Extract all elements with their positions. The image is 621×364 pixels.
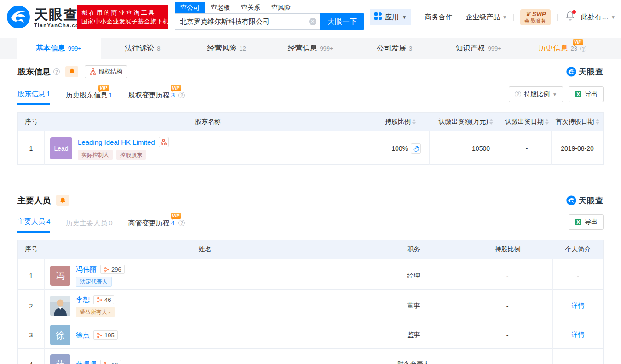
shareholders-table-header: 序号 股东名称 持股比例 认缴出资额(万元) 认缴出资日期 首次持股日期: [18, 113, 603, 131]
svip-member-button[interactable]: ♛ SVIP 会员服务: [520, 9, 551, 25]
tab-company-development[interactable]: 公司发展 3: [352, 38, 437, 59]
svip-label: SVIP: [532, 11, 546, 17]
tag-beneficial-owner[interactable]: 受益所有人 ▸: [76, 307, 115, 317]
sort-icon: [412, 119, 416, 125]
ratio-value: -: [462, 349, 553, 364]
subscribe-bell-button[interactable]: [65, 66, 78, 77]
tab-label: 知识产权: [456, 44, 485, 53]
tab-label: 基本信息: [36, 44, 65, 53]
enterprise-products-link[interactable]: 企业级产品 ▼: [466, 13, 507, 22]
profile-detail-link[interactable]: 详情: [553, 290, 603, 323]
tianyancha-icon: [566, 195, 576, 205]
search-tab-risk[interactable]: 查风险: [266, 2, 296, 13]
personnel-table-header: 序号 姓名 职务 持股比例 个人简介: [18, 240, 603, 259]
relations-badge[interactable]: 195: [93, 330, 118, 340]
more-menu[interactable]: 此处有… ▼: [581, 13, 615, 22]
help-icon[interactable]: ?: [53, 68, 60, 75]
col-first-holding-date[interactable]: 首次持股日期: [552, 113, 603, 131]
tag-actual-controller[interactable]: 实际控制人: [78, 150, 113, 160]
col-subscribed-date[interactable]: 认缴出资日期: [502, 113, 552, 131]
network-icon: [104, 267, 109, 273]
person-name-link[interactable]: 冯伟丽: [76, 265, 97, 274]
pie-chart-button[interactable]: [411, 143, 421, 154]
position-value: 财务负责人: [365, 349, 462, 364]
col-position: 职务: [365, 240, 462, 259]
row-index: 2: [18, 290, 45, 323]
svg-text:X: X: [576, 92, 580, 97]
help-icon[interactable]: ?: [580, 46, 586, 52]
col-profile: 个人简介: [553, 240, 603, 259]
equity-structure-mini-button[interactable]: [159, 137, 169, 147]
header-nav: 应用 ▼ 商务合作 企业级产品 ▼ ♛ SVIP 会员服务 此处有… ▼: [370, 9, 615, 25]
tag-legal-representative[interactable]: 法定代表人: [76, 277, 112, 287]
export-button[interactable]: X 导出: [569, 86, 604, 102]
personnel-row: 3 徐 徐点 195 监事 - 详情: [18, 319, 603, 348]
notification-bell-button[interactable]: [566, 11, 575, 23]
search-button[interactable]: 天眼一下: [320, 13, 364, 30]
divider: [557, 14, 558, 21]
col-ratio[interactable]: 持股比例: [371, 113, 430, 131]
subtab-history-shareholders[interactable]: VIP 历史股东信息1: [66, 91, 112, 105]
shareholder-name-link[interactable]: Leading Ideal HK Limited: [78, 138, 155, 146]
bell-icon: [69, 68, 75, 75]
page-content: 股东信息 ? 股权结构 天眼查 股东信息1 VIP 历史股东信息1 VIP 股权…: [0, 59, 621, 364]
tab-intellectual-property[interactable]: 知识产权 999+: [437, 38, 521, 59]
person-avatar: 薛: [50, 354, 70, 364]
shareholders-section-header: 股东信息 ? 股权结构 天眼查: [17, 65, 604, 78]
tab-basic-info[interactable]: 基本信息 999+: [17, 38, 101, 59]
export-button[interactable]: X 导出: [569, 214, 604, 230]
tab-count: 999+: [68, 45, 81, 52]
person-name-link[interactable]: 薛珊珊: [76, 360, 97, 364]
equity-structure-button[interactable]: 股权结构: [85, 65, 127, 78]
search-input[interactable]: [175, 13, 320, 30]
search-tab-relation[interactable]: 查关系: [236, 2, 266, 13]
help-icon[interactable]: ?: [178, 92, 185, 98]
export-label: 导出: [585, 90, 598, 98]
tab-history-info[interactable]: VIP 历史信息 23 ?: [520, 38, 604, 59]
position-value: 董事: [365, 290, 462, 323]
col-label: 首次持股日期: [556, 118, 594, 126]
shareholding-ratio-filter[interactable]: ? 持股比例 ▼: [509, 86, 563, 102]
tianyancha-logo-icon: [6, 5, 30, 31]
clear-icon[interactable]: ✕: [309, 18, 316, 25]
profile-detail-link[interactable]: 详情: [553, 319, 603, 351]
equity-structure-label: 股权结构: [98, 68, 122, 76]
search-tab-company[interactable]: 查公司: [175, 2, 205, 13]
tianyancha-logo[interactable]: 天眼查 TianYanCha.com: [6, 5, 84, 31]
shareholder-avatar: Lead: [50, 137, 72, 159]
tab-label: 历史信息: [539, 44, 568, 53]
help-icon[interactable]: ?: [178, 220, 185, 226]
org-chart-icon: [161, 139, 167, 145]
person-name-link[interactable]: 李想: [76, 296, 90, 304]
apps-menu-button[interactable]: 应用 ▼: [370, 9, 411, 25]
col-index: 序号: [18, 113, 45, 131]
ratio-value: -: [462, 259, 553, 292]
position-value: 监事: [365, 319, 462, 351]
relations-count: 195: [104, 332, 115, 339]
person-name-link[interactable]: 徐点: [76, 331, 90, 340]
shareholder-row: 1 Lead Leading Ideal HK Limited 实际控制人 控股…: [18, 131, 603, 164]
sort-icon: [489, 119, 493, 125]
subtab-history-personnel[interactable]: 历史主要人员0: [66, 219, 112, 233]
col-subscribed-amount[interactable]: 认缴出资额(万元): [430, 113, 502, 131]
excel-icon: X: [575, 91, 582, 98]
subtab-shareholders[interactable]: 股东信息1: [17, 90, 50, 105]
relations-badge[interactable]: 10: [100, 360, 121, 364]
subtab-executive-change-history[interactable]: VIP 高管变更历程4 ?: [128, 219, 185, 233]
subscribe-bell-button[interactable]: [56, 195, 69, 206]
tag-controlling-shareholder[interactable]: 控股股东: [116, 150, 146, 160]
search-tab-boss[interactable]: 查老板: [205, 2, 236, 13]
col-ratio: 持股比例: [462, 240, 553, 259]
business-cooperation-link[interactable]: 商务合作: [425, 13, 452, 22]
tab-operating-risk[interactable]: 经营风险 12: [184, 38, 269, 59]
tab-legal-proceedings[interactable]: 法律诉讼 8: [101, 38, 185, 59]
tab-operating-info[interactable]: 经营信息 999+: [269, 38, 353, 59]
ratio-value: -: [462, 319, 553, 351]
first-date-value: 2019-08-20: [552, 131, 603, 165]
relations-badge[interactable]: 46: [93, 295, 114, 304]
relations-badge[interactable]: 296: [100, 265, 125, 274]
ratio-value: 100%: [391, 145, 408, 152]
subtab-key-personnel[interactable]: 主要人员4: [17, 217, 50, 233]
relations-count: 46: [104, 296, 111, 303]
subtab-equity-change-history[interactable]: VIP 股权变更历程3 ?: [128, 91, 185, 105]
